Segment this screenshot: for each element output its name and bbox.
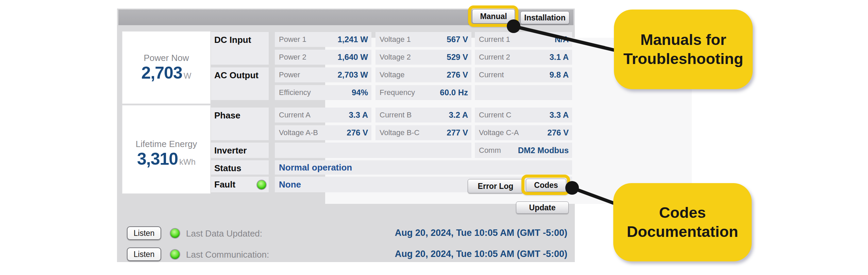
table-cell: Power2,703 W: [275, 67, 371, 82]
fault-status-led: [256, 180, 267, 190]
table-cell: Voltage276 V: [375, 67, 471, 82]
table-cell: Current 23.1 A: [475, 50, 572, 65]
inverter-monitor-screen: Manual Installation Power Now 2,703 W Li…: [0, 0, 868, 275]
table-cell: Voltage 1567 V: [375, 32, 471, 47]
codes-callout: Codes Documentation: [613, 183, 752, 261]
cell-value: 276 V: [547, 128, 569, 138]
cell-label: Voltage B-C: [380, 128, 419, 137]
table-cell: Current B3.2 A: [375, 108, 471, 123]
last-data-updated-timestamp: Aug 20, 2024, Tue 10:05 AM (GMT -5:00): [340, 228, 567, 238]
cell-value: 276 V: [347, 128, 368, 138]
status-row: Normal operation: [275, 160, 572, 175]
power-now-box: Power Now 2,703 W: [122, 31, 211, 104]
cell-value: 94%: [352, 88, 368, 97]
cell-label: Voltage: [380, 70, 404, 79]
group-label: DC Input: [214, 35, 251, 45]
cell-label: Current 1: [479, 35, 510, 44]
cell-label: Power 2: [279, 53, 306, 62]
manual-highlight-ring: [468, 5, 518, 27]
table-cell: Voltage C-A276 V: [475, 125, 572, 140]
table-cell: Current C3.3 A: [475, 108, 572, 123]
cell-value: 2,703 W: [338, 70, 368, 80]
cell-label: Current 2: [479, 53, 510, 62]
cell-value: 3.1 A: [550, 52, 569, 62]
table-cell: Current9.8 A: [475, 67, 572, 82]
cell-label: Voltage 2: [380, 53, 411, 62]
callout-text: Documentation: [627, 222, 738, 241]
cell-label: Power: [279, 70, 300, 79]
cell-label: Power 1: [279, 35, 306, 44]
cell-value: N/A: [555, 35, 569, 44]
group-dc-input: DC Input: [211, 32, 269, 65]
manuals-callout: Manuals for Troubleshooting: [614, 10, 753, 89]
group-status: Status: [211, 160, 269, 175]
cell-value: 3.3 A: [349, 110, 368, 120]
cell-value: DM2 Modbus: [518, 146, 569, 155]
table-cell: Frequency60.0 Hz: [375, 85, 471, 100]
lifetime-energy-unit: kWh: [179, 157, 196, 167]
listen-button-data[interactable]: Listen: [127, 226, 161, 240]
table-cell: Power 11,241 W: [275, 32, 371, 47]
table-cell-empty: [275, 143, 471, 158]
error-log-button[interactable]: Error Log: [468, 179, 523, 193]
last-data-updated-label: Last Data Updated:: [186, 228, 262, 239]
cell-value: 276 V: [447, 70, 468, 80]
installation-button[interactable]: Installation: [520, 11, 569, 24]
table-cell: Voltage A-B276 V: [275, 125, 371, 140]
cell-label: Current B: [380, 111, 412, 119]
cell-label: Current: [479, 70, 504, 79]
update-button[interactable]: Update: [516, 201, 569, 214]
cell-value: 567 V: [447, 35, 468, 44]
power-now-label: Power Now: [122, 53, 210, 63]
table-cell: Current A3.3 A: [275, 108, 371, 123]
cell-label: Efficiency: [279, 88, 311, 97]
cell-value: 1,241 W: [338, 35, 368, 44]
cell-value: 277 V: [447, 128, 468, 138]
table-cell: Efficiency94%: [275, 85, 371, 100]
cell-value: 3.3 A: [550, 110, 569, 120]
table-cell: Current 1N/A: [475, 32, 572, 47]
callout-text: Manuals for: [640, 30, 727, 49]
cell-label: Voltage 1: [380, 35, 411, 44]
cell-label: Voltage C-A: [479, 128, 519, 137]
cell-value: 3.2 A: [449, 110, 468, 120]
last-communication-label: Last Communication:: [186, 249, 269, 260]
group-label: Phase: [214, 110, 240, 120]
group-label: AC Output: [214, 70, 258, 80]
last-communication-timestamp: Aug 20, 2024, Tue 10:05 AM (GMT -5:00): [340, 249, 567, 259]
codes-highlight-ring: [521, 175, 570, 195]
cell-label: Current C: [479, 111, 511, 119]
table-cell: Voltage 2529 V: [375, 50, 471, 65]
group-label: Inverter: [214, 145, 247, 156]
table-cell: Voltage B-C277 V: [375, 125, 471, 140]
group-ac-output: AC Output: [211, 67, 269, 100]
cell-label: Voltage A-B: [279, 128, 318, 137]
listen-button-comm[interactable]: Listen: [127, 247, 161, 261]
lifetime-energy-box: Lifetime Energy 3,310 kWh: [122, 105, 211, 194]
lifetime-energy-label: Lifetime Energy: [122, 139, 210, 149]
group-label: Status: [214, 163, 241, 173]
lifetime-energy-value: 3,310: [137, 149, 178, 169]
communication-led: [170, 249, 180, 260]
cell-value: 9.8 A: [550, 70, 569, 80]
table-cell: Power 21,640 W: [275, 50, 371, 65]
data-updated-led: [170, 228, 180, 239]
cell-label: Current A: [279, 111, 311, 119]
group-phase: Phase: [211, 108, 269, 140]
callout-text: Troubleshooting: [623, 49, 743, 68]
callout-text: Codes: [659, 203, 706, 222]
power-now-value: 2,703: [141, 63, 182, 83]
cell-value: 60.0 Hz: [440, 88, 468, 97]
table-cell-comm: CommDM2 Modbus: [475, 143, 572, 158]
power-now-unit: W: [184, 71, 191, 81]
cell-label: Comm: [479, 146, 501, 155]
group-inverter: Inverter: [211, 143, 269, 158]
cell-label: Frequency: [380, 88, 415, 97]
fault-value: None: [279, 179, 301, 190]
table-cell-empty: [475, 85, 572, 100]
cell-value: 529 V: [447, 52, 468, 62]
cell-value: 1,640 W: [338, 52, 368, 62]
status-value: Normal operation: [279, 162, 352, 173]
group-label: Fault: [214, 179, 235, 190]
